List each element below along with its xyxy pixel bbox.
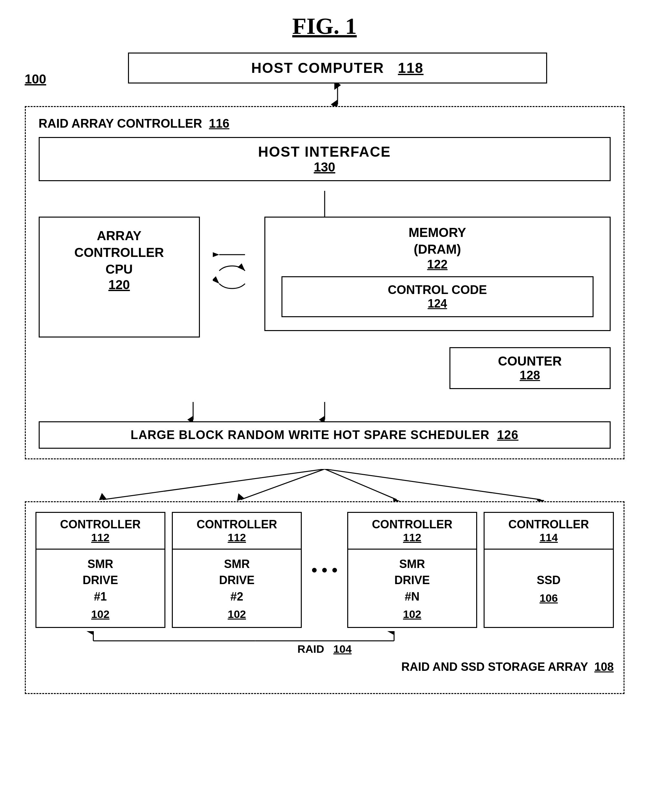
svg-line-17	[325, 469, 541, 500]
control-code-box: CONTROL CODE 124	[281, 276, 594, 317]
storage-array-outer: CONTROLLER 112 SMRDRIVE#1 102 CONTROLLER…	[25, 501, 625, 694]
arrows-svg	[213, 229, 252, 325]
scheduler-box: LARGE BLOCK RANDOM WRITE HOT SPARE SCHED…	[39, 421, 611, 449]
controller-ssd-bottom: SSD 106	[484, 549, 612, 627]
svg-line-15	[241, 469, 324, 500]
counter-box: COUNTER 128	[449, 347, 611, 389]
memory-ref: 122	[427, 258, 447, 271]
svg-line-14	[102, 469, 324, 500]
scheduler-ref: 126	[497, 428, 518, 442]
arrow-host-to-raid	[328, 84, 347, 106]
raid-array-label: RAID ARRAY CONTROLLER 116	[39, 117, 611, 131]
controller-unit-1: CONTROLLER 112 SMRDRIVE#1 102	[35, 512, 165, 628]
controller-unit-ssd: CONTROLLER 114 SSD 106	[484, 512, 614, 628]
ellipsis: • • •	[308, 512, 341, 628]
arrows-area	[213, 217, 252, 337]
host-interface-box: HOST INTERFACE 130	[39, 137, 611, 181]
main-diagram: 100 HOST COMPUTER 118	[25, 53, 625, 694]
controller-2-bottom: SMRDRIVE#2 102	[173, 549, 301, 627]
middle-section: ARRAYCONTROLLERCPU 120	[39, 217, 611, 337]
raid-label: RAID 104	[297, 643, 351, 655]
host-computer-label: HOST COMPUTER 118	[251, 60, 423, 76]
raid-array-ref: 116	[209, 117, 229, 130]
pre-scheduler-svg	[39, 402, 611, 421]
svg-line-16	[325, 469, 397, 500]
storage-array-ref: 108	[594, 660, 614, 673]
counter-ref: 128	[520, 368, 540, 382]
raid-array-outer: RAID ARRAY CONTROLLER 116 HOST INTERFACE…	[25, 106, 625, 459]
controller-ssd-top: CONTROLLER 114	[484, 513, 612, 549]
middle-arrows-area	[39, 191, 611, 217]
controller-1-bottom: SMRDRIVE#1 102	[37, 549, 165, 627]
page-container: FIG. 1 100 HOST COMPUTER 118	[18, 6, 631, 701]
controller-n-top: CONTROLLER 112	[348, 513, 476, 549]
label-100: 100	[25, 72, 46, 86]
control-code-ref: 124	[428, 297, 447, 310]
controllers-row: CONTROLLER 112 SMRDRIVE#1 102 CONTROLLER…	[35, 512, 614, 628]
array-controller-ref: 120	[108, 278, 130, 292]
pre-scheduler-arrows	[39, 402, 611, 421]
controller-unit-n: CONTROLLER 112 SMRDRIVE#N 102	[347, 512, 477, 628]
raid-label-area: RAID 104	[35, 631, 614, 657]
controller-n-bottom: SMRDRIVE#N 102	[348, 549, 476, 627]
controller-2-top: CONTROLLER 112	[173, 513, 301, 549]
host-computer-box: HOST COMPUTER 118	[128, 53, 547, 84]
counter-area: COUNTER 128	[39, 347, 611, 395]
array-controller-box: ARRAYCONTROLLERCPU 120	[39, 217, 200, 337]
host-interface-ref: 130	[314, 160, 335, 174]
scheduler-ctrl-svg	[25, 469, 625, 501]
memory-section: MEMORY(DRAM) 122 CONTROL CODE	[264, 217, 611, 337]
figure-title: FIG. 1	[25, 13, 625, 40]
middle-arrows-svg	[39, 191, 611, 217]
scheduler-to-ctrl-arrows	[25, 469, 625, 501]
memory-box: MEMORY(DRAM) 122 CONTROL CODE	[264, 217, 611, 331]
controller-1-top: CONTROLLER 112	[37, 513, 165, 549]
controller-unit-2: CONTROLLER 112 SMRDRIVE#2 102	[172, 512, 302, 628]
host-computer-ref: 118	[398, 60, 423, 76]
storage-array-label: RAID AND SSD STORAGE ARRAY 108	[35, 660, 614, 674]
